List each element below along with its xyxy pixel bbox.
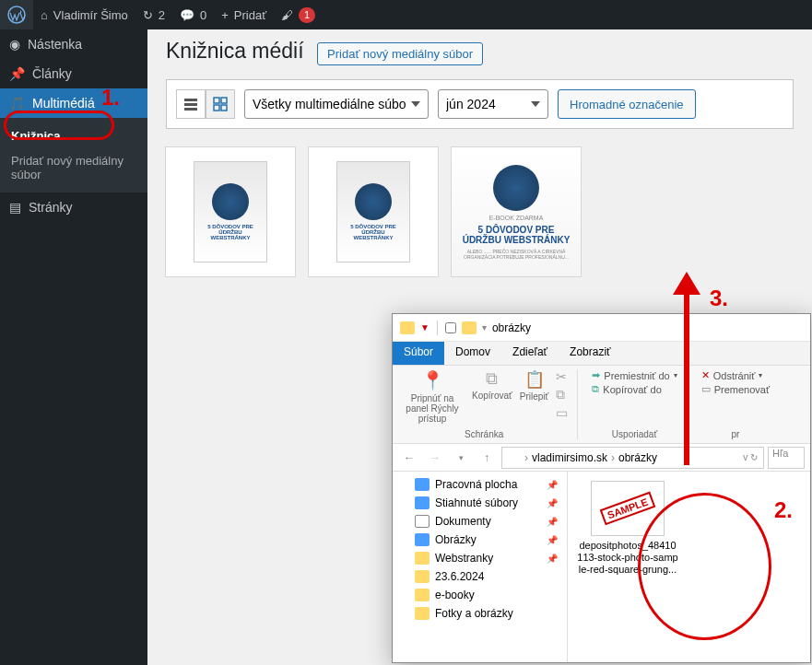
list-icon bbox=[183, 97, 198, 111]
menu-pages-label: Stránky bbox=[29, 200, 72, 215]
rename-label: Premenovať bbox=[714, 384, 770, 395]
comment-count: 0 bbox=[200, 8, 206, 22]
submenu-add-new[interactable]: Pridať nový mediálny súbor bbox=[0, 148, 147, 187]
site-name-link[interactable]: ⌂ Vladimír Šimo bbox=[33, 0, 135, 29]
book-cover-icon: 5 DÔVODOV PRE ÚDRŽBU WEBSTRÁNKY bbox=[194, 161, 267, 262]
thumb-title: 5 DÔVODOV PRE ÚDRŽBU WEBSTRÁNKY bbox=[342, 224, 405, 240]
view-switch bbox=[176, 89, 235, 119]
down-arrow-icon: ▼ bbox=[420, 322, 430, 332]
grid-view-button[interactable] bbox=[206, 89, 235, 119]
tree-item[interactable]: Webstranky📌 bbox=[396, 549, 563, 567]
svg-rect-5 bbox=[221, 98, 227, 103]
ribbon: 📍 Pripnúť na panel Rýchly prístup ⧉ Kopí… bbox=[393, 366, 810, 444]
ribbon-group-organize: ➡Premiestniť do▾ ⧉Kopírovať do Usporiada… bbox=[592, 369, 687, 439]
folder-icon bbox=[415, 570, 430, 583]
list-view-button[interactable] bbox=[176, 89, 206, 119]
menu-pages[interactable]: ▤ Stránky bbox=[0, 192, 147, 222]
tree-item-label: Obrázky bbox=[435, 533, 477, 546]
copy-path-icon[interactable]: ⧉ bbox=[556, 387, 568, 402]
menu-media-label: Multimédiá bbox=[32, 96, 95, 111]
cut-icon[interactable]: ✂ bbox=[556, 369, 568, 384]
svg-rect-7 bbox=[221, 105, 227, 111]
explorer-titlebar[interactable]: ▼ ▾ obrázky bbox=[393, 314, 810, 342]
grid-icon bbox=[213, 97, 228, 111]
svg-rect-3 bbox=[184, 108, 197, 111]
notifications-link[interactable]: 🖌 1 bbox=[274, 0, 323, 29]
menu-dashboard[interactable]: ◉ Nástenka bbox=[0, 29, 147, 59]
tree-item-label: 23.6.2024 bbox=[435, 570, 484, 583]
page-title: Knižnica médií bbox=[166, 39, 304, 64]
media-item[interactable]: E-BOOK ZDARMA 5 DÔVODOV PRE ÚDRŽBU WEBST… bbox=[452, 147, 581, 276]
updates-link[interactable]: ↻ 2 bbox=[135, 0, 172, 29]
clipboard-group-label: Schránka bbox=[465, 429, 503, 439]
path-segment[interactable]: vladimirsimo.sk bbox=[532, 451, 607, 464]
nav-back-button[interactable]: ← bbox=[398, 447, 420, 469]
path-segment[interactable]: obrázky bbox=[618, 451, 657, 464]
tab-view[interactable]: Zobraziť bbox=[559, 342, 622, 365]
ribbon-group-edit: ✕Odstrániť▾ ▭Premenovať pr bbox=[701, 369, 779, 439]
tree-item[interactable]: Dokumenty📌 bbox=[396, 512, 563, 531]
pin-icon: 📍 bbox=[421, 369, 444, 391]
submenu-library[interactable]: Knižnica bbox=[0, 123, 147, 148]
menu-dashboard-label: Nástenka bbox=[28, 37, 82, 52]
media-item[interactable]: 5 DÔVODOV PRE ÚDRŽBU WEBSTRÁNKY bbox=[166, 147, 295, 276]
file-item[interactable]: SAMPLE depositphotos_48410113-stock-phot… bbox=[577, 481, 678, 577]
paste-button[interactable]: 📋 Prilepiť bbox=[520, 369, 549, 402]
tree-item-label: Webstranky bbox=[435, 552, 493, 565]
folder-blue-icon bbox=[415, 496, 430, 509]
folder-icon bbox=[415, 607, 430, 620]
tab-home[interactable]: Domov bbox=[444, 342, 501, 365]
filter-date-select[interactable]: jún 2024 bbox=[438, 89, 548, 119]
paste-shortcut-icon[interactable]: ▭ bbox=[556, 405, 568, 420]
tab-share[interactable]: Zdieľať bbox=[501, 342, 559, 365]
folder-blue-icon bbox=[415, 533, 430, 546]
address-bar[interactable]: › vladimirsimo.sk › obrázky v ↻ bbox=[501, 447, 764, 469]
nav-forward-button[interactable]: → bbox=[424, 447, 446, 469]
rename-button[interactable]: ▭Premenovať bbox=[701, 383, 770, 395]
media-item[interactable]: 5 DÔVODOV PRE ÚDRŽBU WEBSTRÁNKY bbox=[309, 147, 438, 276]
filter-type-select[interactable]: Všetky multimediálne súbory bbox=[244, 89, 429, 119]
plus-icon: + bbox=[221, 8, 229, 22]
bulk-select-button[interactable]: Hromadné označenie bbox=[558, 89, 696, 119]
thumb-subtitle: E-BOOK ZDARMA bbox=[489, 215, 544, 221]
pin-icon: 📌 bbox=[547, 554, 558, 564]
tree-item[interactable]: Stiahnuté súbory📌 bbox=[396, 494, 563, 512]
move-label: Premiestniť do bbox=[604, 370, 669, 381]
search-box[interactable]: Hľa bbox=[768, 447, 805, 469]
tree-item-label: Stiahnuté súbory bbox=[435, 496, 518, 509]
paste-label: Prilepiť bbox=[520, 391, 549, 402]
window-title-text: obrázky bbox=[492, 321, 531, 334]
media-icon: 🎵 bbox=[9, 96, 25, 111]
pin-quick-access-button[interactable]: 📍 Pripnúť na panel Rýchly prístup bbox=[400, 369, 465, 424]
move-to-button[interactable]: ➡Premiestniť do▾ bbox=[592, 369, 677, 381]
tab-file[interactable]: Súbor bbox=[393, 342, 444, 365]
tree-item[interactable]: Obrázky📌 bbox=[396, 531, 563, 549]
tree-item-label: Pracovná plocha bbox=[435, 478, 517, 491]
copy-to-button[interactable]: ⧉Kopírovať do bbox=[592, 383, 677, 395]
tree-item[interactable]: 23.6.2024 bbox=[396, 567, 563, 586]
copy-button[interactable]: ⧉ Kopírovať bbox=[472, 369, 512, 401]
tree-item[interactable]: Pracovná plocha📌 bbox=[396, 475, 563, 494]
admin-sidebar: ◉ Nástenka 📌 Články 🎵 Multimédiá Knižnic… bbox=[0, 29, 147, 665]
svg-rect-4 bbox=[214, 98, 219, 103]
menu-media[interactable]: 🎵 Multimédiá bbox=[0, 88, 147, 118]
nav-up-button[interactable]: ↑ bbox=[476, 447, 498, 469]
pin-icon: 📌 bbox=[547, 480, 558, 490]
tree-item-label: e-booky bbox=[435, 589, 475, 601]
add-new-link[interactable]: + Pridať bbox=[214, 0, 274, 29]
admin-bar: ⌂ Vladimír Šimo ↻ 2 💬 0 + Pridať 🖌 1 bbox=[0, 0, 812, 29]
comments-link[interactable]: 💬 0 bbox=[172, 0, 214, 29]
svg-rect-2 bbox=[184, 103, 197, 106]
pages-icon: ▤ bbox=[9, 200, 21, 215]
delete-button[interactable]: ✕Odstrániť▾ bbox=[701, 369, 770, 381]
folder-icon bbox=[415, 589, 430, 601]
titlebar-checkbox[interactable] bbox=[445, 322, 456, 333]
add-media-button[interactable]: Pridať nový mediálny súbor bbox=[317, 42, 483, 65]
nav-recent-button[interactable]: ▾ bbox=[450, 447, 472, 469]
tree-item[interactable]: e-booky bbox=[396, 586, 563, 604]
refresh-icon: ↻ bbox=[143, 8, 153, 22]
wp-logo[interactable] bbox=[0, 0, 33, 29]
folder-blue-icon bbox=[415, 478, 430, 491]
menu-posts[interactable]: 📌 Články bbox=[0, 59, 147, 88]
tree-item[interactable]: Fotky a obrázky bbox=[396, 604, 563, 623]
